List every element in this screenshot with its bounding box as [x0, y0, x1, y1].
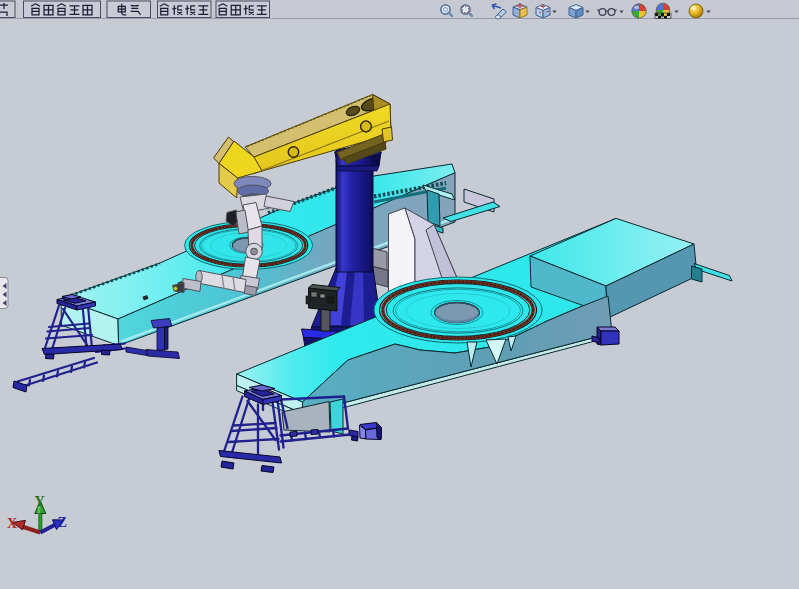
svg-text:Y: Y — [35, 494, 45, 509]
svg-text:Z: Z — [58, 515, 67, 530]
svg-text:X: X — [7, 516, 17, 531]
